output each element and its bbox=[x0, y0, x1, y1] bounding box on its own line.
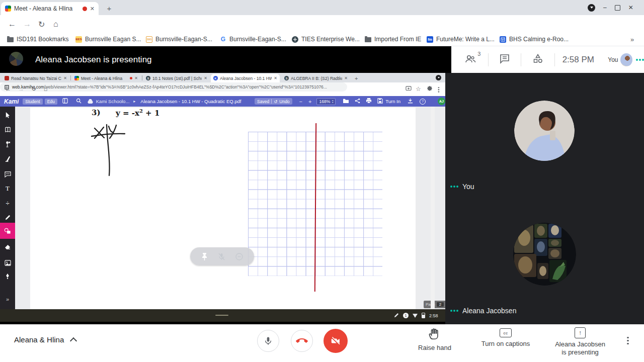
shapes-tool-active[interactable] bbox=[0, 223, 15, 239]
meeting-name-button[interactable]: Aleana & Hlina bbox=[14, 335, 76, 344]
bookmark-star-icon[interactable]: ☆ bbox=[416, 85, 421, 93]
meeting-clock: 2:58 PM bbox=[562, 55, 594, 65]
sidebar-panel-icon[interactable] bbox=[62, 98, 68, 105]
browser-tab-meet[interactable]: Meet - Aleana & Hlina ✕ bbox=[1, 2, 99, 15]
leave-call-button[interactable] bbox=[291, 330, 313, 352]
shared-new-tab-button[interactable]: + bbox=[352, 74, 362, 82]
text-to-speech-tool[interactable] bbox=[0, 137, 15, 151]
bookmarks-overflow-icon[interactable]: » bbox=[630, 35, 634, 44]
zoom-level-select[interactable]: 168% ▴▾ bbox=[316, 98, 336, 105]
shared-tab-3[interactable]: S 10.1 Notes (1st).pdf | Schoolo✕ bbox=[143, 74, 210, 82]
zoom-in-icon[interactable]: + bbox=[308, 99, 311, 105]
print-icon[interactable] bbox=[366, 98, 372, 105]
raise-hand-button[interactable]: Raise hand bbox=[405, 327, 465, 351]
back-icon[interactable]: ← bbox=[8, 20, 16, 29]
keyboard-toggle-icon[interactable] bbox=[436, 75, 441, 80]
close-icon[interactable]: ✕ bbox=[204, 76, 207, 80]
shelf-handle[interactable] bbox=[215, 315, 228, 316]
shared-address-bar[interactable]: web.kamihq.com/web/viewer.html?state=%7B… bbox=[0, 82, 347, 92]
expand-tools-icon[interactable]: » bbox=[0, 292, 15, 306]
tab-close-icon[interactable]: ✕ bbox=[90, 6, 95, 12]
help-icon[interactable]: ? bbox=[420, 99, 426, 105]
saved-undo-pill[interactable]: Saved ↺ Undo bbox=[255, 98, 292, 105]
close-window-button[interactable]: ✕ bbox=[628, 4, 633, 11]
current-page[interactable]: 2 bbox=[437, 302, 444, 307]
new-tab-button[interactable]: + bbox=[103, 2, 115, 14]
camera-off-button[interactable] bbox=[324, 329, 348, 353]
text-tool[interactable]: T bbox=[0, 181, 15, 196]
install-app-icon[interactable] bbox=[406, 86, 412, 93]
participant-tile-you[interactable]: You bbox=[445, 73, 644, 199]
undo-icon[interactable]: ↺ bbox=[274, 99, 277, 104]
bookmark-futureme[interactable]: fmFutureMe: Write a L... bbox=[427, 35, 495, 44]
mic-off-icon[interactable] bbox=[217, 252, 226, 261]
zoom-out-icon[interactable]: − bbox=[299, 99, 302, 105]
media-tool[interactable] bbox=[0, 255, 15, 270]
shared-tab-2[interactable]: Meet - Aleana & Hlina ✕ bbox=[72, 74, 140, 82]
close-icon[interactable]: ✕ bbox=[63, 76, 67, 80]
activities-icon[interactable] bbox=[531, 53, 544, 67]
select-tool[interactable] bbox=[0, 108, 15, 122]
bookmark-191[interactable]: 191Burnsville-Eagan-S... bbox=[146, 35, 212, 44]
wifi-icon[interactable] bbox=[413, 314, 418, 318]
stylus-icon[interactable] bbox=[393, 313, 399, 318]
eraser-tool[interactable] bbox=[0, 240, 15, 254]
bookmark-bes[interactable]: BESBurnsville Eagan S... bbox=[75, 35, 141, 44]
document-viewport[interactable]: 3) y = -x2 + 1 bbox=[15, 107, 445, 309]
captions-button[interactable]: cc Turn on captions bbox=[470, 328, 541, 347]
notification-count[interactable]: 1 bbox=[403, 313, 409, 318]
home-icon[interactable]: ⌂ bbox=[44, 85, 47, 93]
highlight-tool[interactable] bbox=[0, 151, 15, 166]
participants-icon[interactable]: 3 bbox=[464, 53, 477, 67]
extensions-puzzle-icon[interactable] bbox=[427, 86, 433, 94]
shelf-clock[interactable]: 2:58 bbox=[429, 313, 438, 318]
turn-in-icon[interactable] bbox=[377, 98, 383, 105]
presenting-button[interactable]: ↑ Aleana Jacobsen is presenting bbox=[545, 327, 615, 356]
shared-tab-5[interactable]: S ALGEBRA II B: (S2) Radtke, R A✕ bbox=[282, 74, 350, 82]
kami-logo[interactable]: Kami bbox=[4, 98, 19, 105]
191-favicon: 191 bbox=[146, 36, 152, 43]
home-icon[interactable]: ⌂ bbox=[53, 20, 58, 29]
reload-icon[interactable]: ↻ bbox=[38, 20, 45, 29]
remove-icon[interactable] bbox=[235, 252, 244, 261]
forward-icon[interactable]: → bbox=[23, 20, 31, 29]
captions-icon: cc bbox=[500, 328, 512, 337]
bookmark-bhs[interactable]: BHS Calming e-Roo... bbox=[500, 35, 569, 44]
mic-button[interactable] bbox=[257, 330, 279, 352]
bookmark-isd191[interactable]: ISD191 Bookmarks bbox=[7, 35, 68, 44]
browser-menu-icon[interactable] bbox=[438, 86, 439, 93]
shared-tab-1[interactable]: Read Nanatsu No Taizai Chap✕ bbox=[2, 74, 69, 82]
meet-bottom-bar: Aleana & Hlina Raise hand cc Turn on cap… bbox=[0, 324, 644, 362]
reload-icon[interactable]: ↻ bbox=[31, 85, 36, 93]
participant-tile-aleana[interactable]: Aleana Jacobsen bbox=[445, 199, 644, 324]
folder-icon[interactable] bbox=[343, 98, 349, 105]
close-icon[interactable]: ✕ bbox=[344, 76, 348, 80]
signature-tool[interactable] bbox=[0, 269, 15, 284]
undo-label[interactable]: Undo bbox=[279, 99, 289, 104]
search-icon[interactable] bbox=[76, 98, 82, 105]
download-icon[interactable] bbox=[408, 98, 413, 105]
shared-tab-4-active[interactable]: K Aleana Jacobsen - 10.1 HW - ✕ bbox=[211, 74, 280, 82]
document-scrollbar[interactable] bbox=[431, 107, 435, 309]
more-options-icon[interactable] bbox=[627, 335, 629, 346]
dictionary-tool[interactable] bbox=[0, 122, 15, 137]
account-avatar[interactable]: AJ bbox=[438, 98, 445, 105]
breadcrumb[interactable]: Kami Schoolo... bbox=[96, 99, 130, 104]
restore-button[interactable] bbox=[615, 5, 620, 11]
bookmark-google[interactable]: GBurnsville-Eagan-S... bbox=[220, 35, 286, 44]
keyboard-toggle-icon[interactable] bbox=[588, 4, 595, 12]
close-icon[interactable]: ✕ bbox=[274, 76, 277, 80]
pin-icon[interactable] bbox=[201, 252, 208, 261]
bookmark-imported[interactable]: Imported From IE bbox=[365, 35, 421, 44]
comment-tool[interactable] bbox=[0, 167, 15, 182]
minimize-button[interactable]: – bbox=[603, 4, 607, 11]
forward-icon[interactable]: → bbox=[18, 85, 24, 93]
bookmark-ties[interactable]: TIES Enterprise We... bbox=[292, 35, 360, 44]
turn-in-label[interactable]: Turn In bbox=[385, 99, 400, 104]
self-view-avatar[interactable] bbox=[620, 53, 632, 66]
kami-toolbar: Kami Student Edu Kami Schoolo... ▸ Alean… bbox=[0, 96, 445, 107]
chat-icon[interactable] bbox=[499, 53, 511, 67]
share-icon[interactable] bbox=[355, 98, 360, 105]
equation-tool[interactable]: ÷ bbox=[0, 196, 15, 211]
close-icon[interactable]: ✕ bbox=[134, 76, 138, 80]
